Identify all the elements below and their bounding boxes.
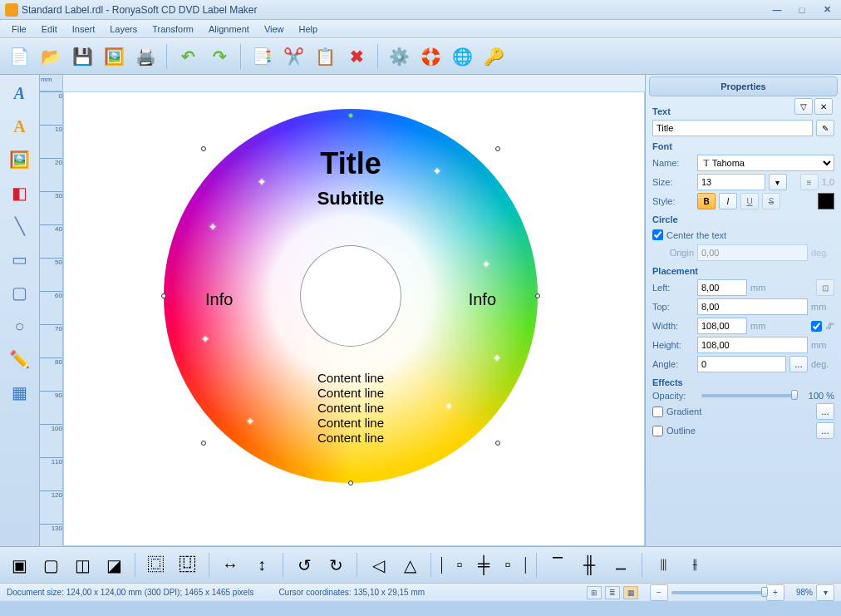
- disc-subtitle-text[interactable]: Subtitle: [317, 188, 385, 209]
- resize-handle-s[interactable]: [348, 480, 353, 485]
- disc-content-lines[interactable]: Content lineContent lineContent lineCont…: [317, 371, 384, 446]
- align-left-button[interactable]: ⎸▫: [438, 551, 466, 579]
- minimize-button[interactable]: —: [768, 2, 786, 17]
- resize-handle-e[interactable]: [535, 293, 540, 298]
- zoom-out-button[interactable]: −: [650, 584, 668, 601]
- center-h-button[interactable]: ⊡: [816, 279, 834, 296]
- text-tool[interactable]: A: [5, 78, 35, 108]
- rotate-right-button[interactable]: ↻: [322, 551, 350, 579]
- resize-handle-w[interactable]: [161, 293, 166, 298]
- font-color-swatch[interactable]: [818, 193, 834, 209]
- center-text-checkbox[interactable]: Center the text: [652, 228, 834, 242]
- fit-width-button[interactable]: ↔: [216, 551, 244, 579]
- bring-front-button[interactable]: ▣: [5, 551, 33, 579]
- align-top-button[interactable]: ⎺: [543, 551, 572, 579]
- left-input[interactable]: [697, 279, 747, 296]
- text-edit-button[interactable]: ✎: [816, 120, 834, 136]
- view-list-button[interactable]: ≣: [605, 586, 620, 599]
- disc-info-left[interactable]: Info: [205, 290, 233, 309]
- flip-h-button[interactable]: ◁: [364, 551, 392, 579]
- fancy-text-tool[interactable]: A: [5, 111, 35, 141]
- lock-aspect-check[interactable]: [811, 321, 822, 332]
- resize-handle-se[interactable]: [495, 441, 500, 446]
- height-input[interactable]: [697, 337, 808, 353]
- disc-info-right[interactable]: Info: [469, 290, 496, 309]
- settings-button[interactable]: ⚙️: [385, 42, 413, 71]
- pencil-tool[interactable]: ✏️: [5, 344, 35, 374]
- font-size-input[interactable]: [697, 174, 765, 190]
- rotation-handle[interactable]: [348, 113, 353, 118]
- save-button[interactable]: 💾: [68, 42, 96, 71]
- web-button[interactable]: 🌐: [448, 42, 476, 71]
- key-button[interactable]: 🔑: [480, 42, 508, 71]
- resize-handle-sw[interactable]: [201, 441, 206, 446]
- menu-file[interactable]: File: [5, 22, 33, 36]
- size-dropdown-button[interactable]: ▾: [769, 174, 787, 190]
- zoom-knob[interactable]: [761, 587, 768, 597]
- resize-handle-ne[interactable]: [495, 146, 500, 151]
- italic-button[interactable]: I: [719, 193, 737, 209]
- view-normal-button[interactable]: ▦: [623, 586, 638, 599]
- zoom-slider[interactable]: [671, 591, 763, 594]
- export-image-button[interactable]: 🖼️: [100, 42, 128, 71]
- group-button[interactable]: ⿴: [142, 551, 170, 579]
- rotate-left-button[interactable]: ↺: [290, 551, 318, 579]
- align-center-h-button[interactable]: ╪: [470, 551, 498, 579]
- gradient-check[interactable]: [652, 407, 663, 417]
- panel-dropdown-button[interactable]: ▽: [794, 98, 813, 115]
- line-spacing-icon[interactable]: ≡: [800, 174, 819, 190]
- maximize-button[interactable]: □: [793, 2, 811, 17]
- outline-check[interactable]: [652, 426, 663, 436]
- line-tool[interactable]: ╲: [5, 211, 35, 241]
- outline-checkbox[interactable]: Outline: [652, 424, 696, 438]
- align-right-button[interactable]: ▫⎹: [501, 551, 529, 579]
- top-input[interactable]: [697, 298, 808, 315]
- menu-transform[interactable]: Transform: [145, 22, 200, 36]
- align-bottom-button[interactable]: ⎽: [607, 551, 635, 579]
- distribute-v-button[interactable]: ⫲: [681, 551, 709, 579]
- redo-button[interactable]: ↷: [205, 42, 234, 71]
- center-text-check[interactable]: [652, 229, 663, 240]
- new-button[interactable]: 📄: [5, 42, 33, 71]
- menu-edit[interactable]: Edit: [35, 22, 64, 36]
- text-input[interactable]: [652, 120, 813, 136]
- delete-button[interactable]: ✖: [342, 42, 371, 71]
- print-button[interactable]: 🖨️: [131, 42, 160, 71]
- help-button[interactable]: 🛟: [416, 42, 445, 71]
- stamp-tool[interactable]: ▦: [5, 377, 35, 407]
- send-backward-button[interactable]: ◪: [100, 551, 128, 579]
- ellipse-tool[interactable]: ○: [5, 311, 35, 341]
- bold-button[interactable]: B: [697, 193, 716, 209]
- outline-more-button[interactable]: …: [816, 422, 834, 439]
- fit-height-button[interactable]: ↕: [248, 551, 276, 579]
- open-button[interactable]: 📂: [37, 42, 65, 71]
- resize-handle-nw[interactable]: [201, 146, 206, 151]
- bring-forward-button[interactable]: ◫: [68, 551, 96, 579]
- rectangle-tool[interactable]: ▭: [5, 244, 35, 274]
- disc-label[interactable]: ✦ ✦ ✦ ✦ ✦ ✦ ✦ ✦ Title Subtitle Info Info…: [164, 109, 538, 483]
- copy-button[interactable]: 📑: [248, 42, 276, 71]
- gradient-checkbox[interactable]: Gradient: [652, 405, 701, 419]
- paste-button[interactable]: 📋: [311, 42, 339, 71]
- send-back-button[interactable]: ▢: [37, 551, 65, 579]
- underline-button[interactable]: U: [740, 193, 759, 209]
- menu-help[interactable]: Help: [293, 22, 325, 36]
- panel-close-button[interactable]: ✕: [814, 98, 833, 115]
- canvas[interactable]: ✦ ✦ ✦ ✦ ✦ ✦ ✦ ✦ Title Subtitle Info Info…: [63, 91, 645, 546]
- flip-v-button[interactable]: △: [396, 551, 424, 579]
- align-center-v-button[interactable]: ╫: [575, 551, 603, 579]
- angle-more-button[interactable]: …: [789, 356, 808, 372]
- strike-button[interactable]: S: [762, 193, 780, 209]
- gradient-more-button[interactable]: …: [816, 403, 834, 420]
- rounded-rect-tool[interactable]: ▢: [5, 278, 35, 308]
- cut-button[interactable]: ✂️: [279, 42, 307, 71]
- shapes-tool[interactable]: ◧: [5, 178, 35, 208]
- menu-insert[interactable]: Insert: [66, 22, 102, 36]
- font-name-select[interactable]: 𝕋 Tahoma: [697, 155, 834, 171]
- image-tool[interactable]: 🖼️: [5, 145, 35, 175]
- close-button[interactable]: ✕: [818, 2, 836, 17]
- zoom-dropdown-button[interactable]: ▾: [816, 584, 834, 601]
- angle-input[interactable]: [697, 356, 786, 372]
- menu-layers[interactable]: Layers: [103, 22, 144, 36]
- disc-title-text[interactable]: Title: [320, 146, 381, 181]
